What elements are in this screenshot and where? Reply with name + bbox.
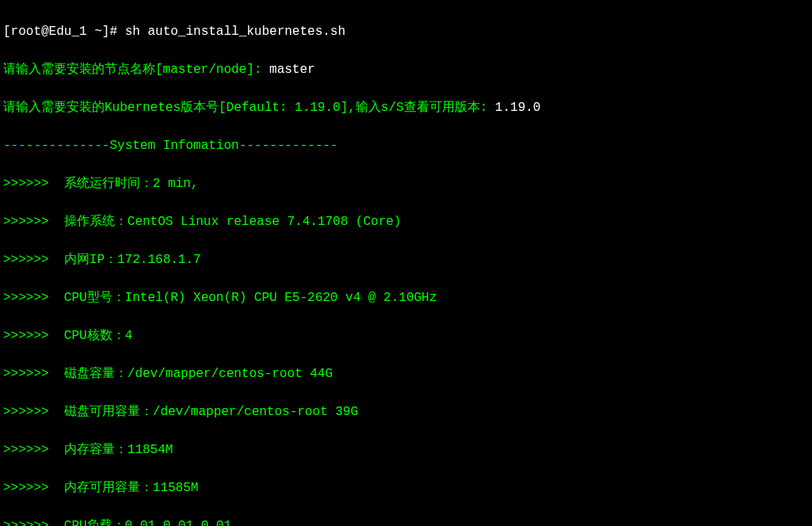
node-prompt-value: master bbox=[269, 63, 315, 77]
sys-cpu-load: >>>>>> CPU负载：0.01 0.01 0.01 bbox=[3, 516, 809, 526]
sys-cpu-model: >>>>>> CPU型号：Intel(R) Xeon(R) CPU E5-262… bbox=[3, 288, 809, 307]
sys-lan-ip: >>>>>> 内网IP：172.168.1.7 bbox=[3, 250, 809, 269]
node-prompt-label: 请输入需要安装的节点名称[master/node]: bbox=[3, 63, 269, 77]
sys-mem-cap: >>>>>> 内存容量：11854M bbox=[3, 440, 809, 459]
shell-prompt: [root@Edu_1 ~]# bbox=[3, 25, 125, 39]
version-prompt-value: 1.19.0 bbox=[495, 101, 541, 115]
sys-mem-avail: >>>>>> 内存可用容量：11585M bbox=[3, 478, 809, 497]
terminal-output[interactable]: [root@Edu_1 ~]# sh auto_install_kubernet… bbox=[3, 3, 809, 526]
sys-info-header: --------------System Infomation---------… bbox=[3, 136, 809, 155]
shell-command: sh auto_install_kubernetes.sh bbox=[125, 25, 345, 39]
sys-disk-cap: >>>>>> 磁盘容量：/dev/mapper/centos-root 44G bbox=[3, 364, 809, 383]
sys-uptime: >>>>>> 系统运行时间：2 min, bbox=[3, 174, 809, 193]
version-prompt-label: 请输入需要安装的Kubernetes版本号[Default: 1.19.0],输… bbox=[3, 101, 495, 115]
sys-disk-avail: >>>>>> 磁盘可用容量：/dev/mapper/centos-root 39… bbox=[3, 402, 809, 421]
sys-cpu-cores: >>>>>> CPU核数：4 bbox=[3, 326, 809, 345]
sys-os: >>>>>> 操作系统：CentOS Linux release 7.4.170… bbox=[3, 212, 809, 231]
